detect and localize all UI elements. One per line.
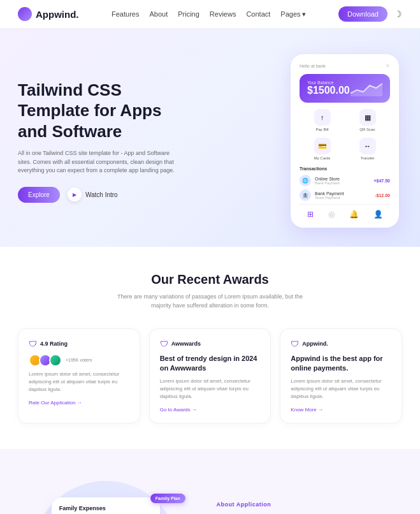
awards-grid: 🛡 4.9 Rating +195K voters Lorem ipsum do… [18,328,402,423]
transaction-row-2: 🏦 Bank Payment Store Payment -$12.00 [300,189,390,201]
award-badge-2: 🛡 Awwwards [160,339,261,349]
family-card-title: Family Expenses [59,505,152,511]
transfer-label: Transfer [360,156,374,160]
pbn-home-icon: ⊞ [307,210,314,219]
transfer: ↔ Transfer [359,138,376,160]
logo-text: Appwind. [36,9,79,20]
logo-icon [18,7,32,21]
nav-pages[interactable]: Pages▾ [280,10,305,18]
balance-card: Your Balance $1500.00 [300,74,390,103]
awards-title: Our Recent Awards [18,272,402,287]
balance-amount: $1500.00 [307,85,350,96]
nav-about[interactable]: About [149,10,168,18]
awards-desc: There are many variations of passages of… [108,292,312,311]
my-cards-label: My Cards [314,156,331,160]
nav-reviews[interactable]: Reviews [210,10,236,18]
hero-description: All in one Tailwind CSS site template fo… [18,149,184,175]
play-icon: ▶ [68,187,82,202]
award-badge-label-2: Awwwards [171,341,201,347]
phone-top-label: Hello at bank [300,64,326,68]
pbn-bell-icon: 🔔 [349,210,359,219]
shield-icon-3: 🛡 [291,339,299,349]
my-cards: 💳 My Cards [314,138,331,160]
card-row: 💳 My Cards ↔ Transfer [300,138,390,160]
award-badge-3: 🛡 Appwind. [291,339,391,349]
shield-icon-1: 🛡 [29,339,37,349]
award-heading-3: Appwind is the best app for online payme… [291,354,391,374]
qa-pay-bill-label: Pay Bill [315,128,328,131]
nav-contact[interactable]: Contact [246,10,270,18]
about-bg-circle: Family Expenses [33,481,179,514]
award-heading-2: Best of trendy design in 2024 on Awwward… [160,354,261,374]
qa-pay-bill: ↑ Pay Bill [314,109,331,131]
avatar-3 [49,354,62,367]
pbn-user-icon: 👤 [373,210,383,219]
award-card-2: 🛡 Awwwards Best of trendy design in 2024… [149,328,272,423]
nav-links: Features About Pricing Reviews Contact P… [112,10,306,18]
award-badge-label-3: Appwind. [302,341,328,347]
award-badge-1: 🛡 4.9 Rating [29,339,129,349]
hero-title: Tailwind CSS Template for Apps and Softw… [18,80,184,142]
balance-label: Your Balance [307,80,350,85]
award-badge-label-1: 4.9 Rating [40,341,68,347]
navbar: Appwind. Features About Pricing Reviews … [0,0,420,29]
nav-features[interactable]: Features [112,10,139,18]
txn-1-date: Bank Payment [315,181,370,185]
theme-toggle-icon[interactable]: ☽ [394,9,402,19]
explore-button[interactable]: Explore [18,187,60,203]
txn-1-icon: 🌐 [300,175,311,186]
about-text-block: About Application Instant Payment Transf… [199,486,421,514]
transactions-title: Transactions [300,166,390,171]
phone-close-icon: ✕ [386,63,390,69]
phone-card: Hello at bank ✕ Your Balance $1500.00 ↑ … [291,54,399,228]
nav-pricing[interactable]: Pricing [178,10,199,18]
hero-phone-mockup: Hello at bank ✕ Your Balance $1500.00 ↑ … [287,54,402,228]
pbn-search-icon: ◎ [328,210,335,219]
avatar-count: +195K voters [66,358,92,362]
txn-1-info: Online Store Bank Payment [315,177,370,185]
award-link-3[interactable]: Know More → [291,407,391,413]
txn-1-name: Online Store [315,177,370,181]
floating-badge: Family Plan [150,494,185,503]
transaction-row-1: 🌐 Online Store Bank Payment +$47.50 [300,175,390,186]
transfer-icon: ↔ [359,138,376,154]
txn-1-amount: +$47.50 [374,179,391,183]
family-card: Family Expenses [52,497,160,514]
logo[interactable]: Appwind. [18,7,79,21]
about-sub-label: About Application [217,501,403,508]
phone-bottom-nav: ⊞ ◎ 🔔 👤 [300,204,390,219]
award-text-3: Lorem ipsum dolor sit amet, consectetur … [291,378,391,400]
qa-qr-scan: ▦ QR Scan [359,109,376,131]
txn-2-date: Store Payment [315,196,371,200]
download-button[interactable]: Download [338,6,387,22]
award-card-3: 🛡 Appwind. Appwind is the best app for o… [280,328,402,423]
award-link-1[interactable]: Rate Our Application → [29,400,129,406]
txn-2-amount: -$12.00 [375,193,390,198]
award-link-2[interactable]: Go to Awards → [160,407,261,413]
about-section: Family Expenses [0,449,420,514]
hero-section: Tailwind CSS Template for Apps and Softw… [0,29,420,247]
award-text-2: Lorem ipsum dolor sit amet, consectetur … [160,378,261,400]
award-avatars: +195K voters [29,354,129,367]
watch-intro-button[interactable]: ▶ Watch Intro [68,187,118,202]
hero-text-block: Tailwind CSS Template for Apps and Softw… [18,80,184,203]
txn-2-icon: 🏦 [300,189,311,201]
nav-actions: Download ☽ [338,6,402,22]
about-phone-wrap: Family Expenses [0,468,199,514]
shield-icon-2: 🛡 [160,339,168,349]
txn-2-name: Bank Payment [315,191,371,196]
award-text-1: Lorem ipsum dolor sit amet, consectetur … [29,371,129,393]
txn-2-info: Bank Payment Store Payment [315,191,371,200]
pay-bill-icon: ↑ [314,109,331,126]
about-title: Instant Payment Transfer SavesYou Time [217,511,403,514]
awards-section: Our Recent Awards There are many variati… [0,247,420,449]
quick-actions: ↑ Pay Bill ▦ QR Scan [300,109,390,131]
mini-chart [351,80,382,96]
hero-buttons: Explore ▶ Watch Intro [18,187,184,203]
award-card-1: 🛡 4.9 Rating +195K voters Lorem ipsum do… [18,328,140,423]
qa-qr-scan-label: QR Scan [359,128,375,131]
qr-scan-icon: ▦ [359,109,376,126]
my-cards-icon: 💳 [314,138,331,154]
